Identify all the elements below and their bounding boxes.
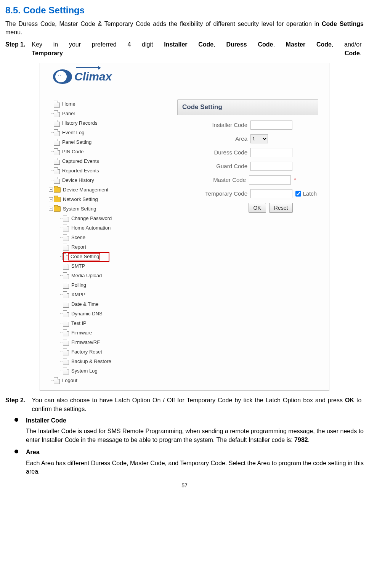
page-icon (63, 244, 69, 251)
page-icon (63, 225, 69, 231)
step2-body: You can also choose to have Latch Option… (32, 396, 361, 413)
page-number: 57 (5, 482, 364, 490)
row-area: Area 1 (177, 134, 318, 143)
step1-body: Key in your preferred 4 digit Installer … (32, 40, 361, 58)
tree-item-change-password[interactable]: Change Password (49, 214, 148, 223)
input-master-code[interactable] (249, 175, 291, 185)
page-icon (63, 282, 69, 289)
intro-tail: menu. (5, 29, 22, 35)
tree-folder-system-setting[interactable]: −System Setting (49, 204, 148, 214)
page-icon (63, 310, 69, 317)
tree-item-device-history[interactable]: Device History (49, 175, 148, 185)
input-temporary-code[interactable] (250, 189, 292, 198)
screenshot-container: Climax Home Panel History Records Event … (40, 63, 329, 391)
tree-item-panel[interactable]: Panel (49, 109, 148, 118)
page-icon (63, 234, 69, 241)
label-temporary-code: Temporary Code (177, 190, 247, 198)
collapse-icon[interactable]: − (49, 207, 53, 211)
page-icon (63, 368, 69, 374)
page-icon (63, 339, 69, 346)
tree-item-system-log[interactable]: System Log (49, 366, 148, 376)
tree-item-panel-setting[interactable]: Panel Setting (49, 137, 148, 147)
checkbox-latch[interactable] (295, 191, 301, 197)
code-setting-panel: Code Setting Installer Code Area 1 Dures… (177, 99, 318, 213)
section-title: 8.5. Code Settings (5, 4, 364, 17)
tree-item-code-setting[interactable]: Code Setting (49, 252, 148, 261)
page-icon (63, 320, 69, 327)
page-icon (63, 358, 69, 365)
tree-item-report[interactable]: Report (49, 242, 148, 252)
expand-icon[interactable]: + (49, 188, 53, 192)
tree-item-dynamic-dns[interactable]: Dynamic DNS (49, 309, 148, 318)
tree-item-reported-events[interactable]: Reported Events (49, 166, 148, 175)
page-icon (54, 110, 60, 117)
page-icon (63, 263, 69, 270)
row-master-code: Master Code * (177, 175, 318, 185)
step-2: Step 2. You can also choose to have Latc… (5, 396, 364, 413)
row-temporary-code: Temporary Code Latch (177, 189, 318, 198)
page-icon (54, 139, 60, 146)
tree-item-pin-code[interactable]: PIN Code (49, 147, 148, 156)
step1-label: Step 1. (5, 40, 30, 49)
label-guard-code: Guard Code (177, 162, 247, 170)
page-icon (63, 291, 69, 298)
logo-icon (53, 69, 72, 84)
page-icon (54, 167, 60, 174)
page-icon (62, 253, 68, 260)
panel-header: Code Setting (177, 99, 318, 115)
page-icon (63, 272, 69, 279)
tree-item-logout[interactable]: Logout (49, 376, 148, 385)
input-installer-code[interactable] (250, 120, 292, 130)
label-duress-code: Duress Code (177, 148, 247, 156)
intro-text: The Duress Code, Master Code & Temporary… (5, 21, 322, 27)
expand-icon[interactable]: + (49, 197, 53, 201)
tree-folder-network-setting[interactable]: +Network Setting (49, 194, 148, 204)
page-icon (54, 158, 60, 165)
bullet2-title: Area (26, 448, 40, 456)
tree-item-date-time[interactable]: Date & Time (49, 299, 148, 309)
page-icon (54, 177, 60, 184)
input-duress-code[interactable] (250, 148, 292, 157)
bullet-installer-code: Installer Code (5, 416, 364, 425)
page-icon (54, 101, 60, 108)
tree-item-media-upload[interactable]: Media Upload (49, 271, 148, 280)
tree-item-smtp[interactable]: SMTP (49, 261, 148, 271)
label-installer-code: Installer Code (177, 121, 247, 129)
label-latch: Latch (303, 190, 317, 198)
reset-button[interactable]: Reset (269, 203, 293, 213)
label-master-code: Master Code (177, 176, 246, 184)
tree-item-captured-events[interactable]: Captured Events (49, 156, 148, 166)
tree-item-scene[interactable]: Scene (49, 233, 148, 242)
select-area[interactable]: 1 (250, 134, 268, 143)
tree-item-polling[interactable]: Polling (49, 280, 148, 290)
tree-folder-device-management[interactable]: +Device Management (49, 185, 148, 194)
bullet2-body: Each Area has different Duress Code, Mas… (26, 459, 364, 476)
tree-item-firmware[interactable]: Firmware (49, 328, 148, 337)
tree-item-backup-restore[interactable]: Backup & Restore (49, 357, 148, 366)
page-icon (63, 301, 69, 308)
tree-item-home-automation[interactable]: Home Automation (49, 223, 148, 233)
folder-icon (54, 206, 61, 212)
row-guard-code: Guard Code (177, 162, 318, 171)
tree-item-xmpp[interactable]: XMPP (49, 290, 148, 299)
page-icon (54, 148, 60, 155)
tree-item-firmware-rf[interactable]: Firmware/RF (49, 337, 148, 347)
tree-item-home[interactable]: Home (49, 99, 148, 109)
input-guard-code[interactable] (250, 162, 292, 171)
tree-item-history-records[interactable]: History Records (49, 118, 148, 128)
tree-item-test-ip[interactable]: Test IP (49, 318, 148, 328)
required-asterisk: * (294, 176, 297, 184)
ok-button[interactable]: OK (249, 203, 266, 213)
panel-body: Installer Code Area 1 Duress Code Guard … (177, 115, 318, 213)
row-installer-code: Installer Code (177, 120, 318, 130)
page-icon (63, 215, 69, 222)
tree-item-factory-reset[interactable]: Factory Reset (49, 347, 148, 357)
label-area: Area (177, 135, 247, 143)
button-row: OK Reset (223, 203, 318, 213)
intro-paragraph: The Duress Code, Master Code & Temporary… (5, 20, 364, 37)
step-1: Step 1. Key in your preferred 4 digit In… (5, 40, 364, 58)
page-icon (63, 329, 69, 336)
row-duress-code: Duress Code (177, 148, 318, 157)
tree-item-event-log[interactable]: Event Log (49, 128, 148, 137)
page-icon (63, 349, 69, 355)
